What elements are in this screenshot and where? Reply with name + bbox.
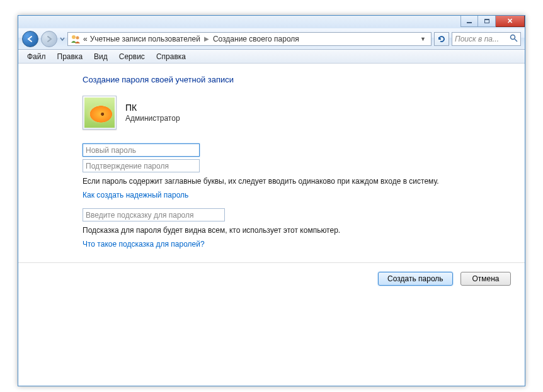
svg-point-1 (76, 36, 79, 39)
menu-bar: Файл Правка Вид Сервис Справка (18, 50, 525, 64)
menu-edit[interactable]: Правка (52, 51, 88, 62)
button-row: Создать пароль Отмена (18, 263, 525, 286)
explorer-window: « Учетные записи пользователей ▶ Создани… (18, 15, 525, 386)
menu-file[interactable]: Файл (22, 51, 51, 62)
search-icon (510, 34, 518, 44)
new-password-input[interactable] (83, 143, 200, 157)
back-button[interactable] (22, 31, 38, 47)
strong-password-link[interactable]: Как создать надежный пароль (83, 191, 188, 199)
address-bar[interactable]: « Учетные записи пользователей ▶ Создани… (67, 32, 432, 46)
refresh-button[interactable] (434, 32, 449, 46)
account-info: ПК Администратор (83, 96, 447, 130)
nav-bar: « Учетные записи пользователей ▶ Создани… (18, 28, 525, 50)
avatar (83, 96, 117, 130)
cancel-button[interactable]: Отмена (460, 272, 511, 286)
user-accounts-icon (71, 34, 81, 44)
menu-help[interactable]: Справка (151, 51, 191, 62)
hint-help-link[interactable]: Что такое подсказка для паролей? (83, 240, 205, 249)
menu-tools[interactable]: Сервис (114, 51, 150, 62)
page-title: Создание пароля своей учетной записи (83, 75, 447, 84)
search-placeholder: Поиск в па... (455, 35, 499, 43)
maximize-button[interactable] (478, 16, 496, 27)
close-button[interactable] (496, 16, 525, 27)
content-area: Создание пароля своей учетной записи ПК … (18, 64, 525, 386)
svg-point-0 (72, 35, 76, 39)
avatar-image (84, 98, 115, 128)
account-name: ПК (125, 103, 180, 113)
account-role: Администратор (125, 114, 180, 123)
search-input[interactable]: Поиск в па... (452, 32, 521, 46)
confirm-password-input[interactable] (83, 159, 200, 172)
svg-point-2 (511, 35, 515, 39)
breadcrumb-prefix: « (83, 35, 88, 43)
hint-note: Подсказка для пароля будет видна всем, к… (83, 225, 447, 235)
title-bar (18, 16, 525, 28)
svg-line-3 (515, 39, 517, 42)
minimize-button[interactable] (460, 16, 478, 27)
create-password-button[interactable]: Создать пароль (378, 272, 452, 286)
breadcrumb-level-1[interactable]: Учетные записи пользователей (90, 35, 200, 43)
password-hint-input[interactable] (83, 208, 225, 221)
caps-note: Если пароль содержит заглавные буквы, их… (83, 176, 447, 186)
menu-view[interactable]: Вид (89, 51, 113, 62)
address-dropdown-icon[interactable]: ▼ (418, 36, 428, 42)
forward-button[interactable] (41, 31, 57, 47)
history-dropdown-icon[interactable] (60, 36, 65, 42)
breadcrumb-separator: ▶ (204, 35, 209, 42)
breadcrumb-level-2[interactable]: Создание своего пароля (213, 35, 299, 43)
